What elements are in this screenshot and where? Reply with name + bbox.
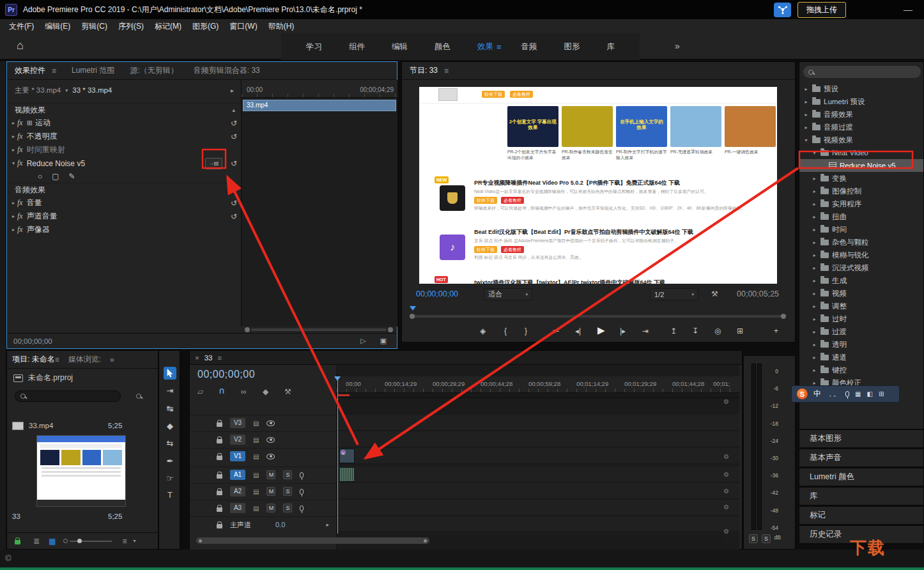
track-header-V3[interactable]: V3▤ xyxy=(190,415,337,431)
go-to-out-button[interactable]: ⇥ xyxy=(642,327,649,335)
panel-tab-音频剪辑混合器: 33[interactable]: 音频剪辑混合器: 33 xyxy=(194,65,260,76)
effects-tree-item-时间[interactable]: ▸时间 xyxy=(799,223,923,236)
voice-icon[interactable] xyxy=(845,391,849,397)
zoom-handle-right[interactable] xyxy=(781,314,786,319)
track-output-eye-icon[interactable] xyxy=(266,420,275,426)
panel-menu-icon[interactable]: ≡ xyxy=(55,355,59,364)
effects-tree-item-生成[interactable]: ▸生成 xyxy=(799,274,923,287)
program-scrubber[interactable] xyxy=(402,306,795,320)
panel-tab-项目: 未命名[interactable]: 项目: 未命名 xyxy=(12,354,55,365)
reset-effect-icon[interactable]: ↺ xyxy=(231,132,237,141)
settings-wrench-icon[interactable]: ⚒ xyxy=(711,289,718,298)
sequence-tab[interactable]: 33 xyxy=(204,354,213,362)
drag-upload-button[interactable]: 拖拽上传 xyxy=(797,2,846,18)
project-file-row[interactable]: 未命名.prproj xyxy=(13,373,73,383)
track-lane[interactable] xyxy=(337,415,739,431)
effects-tree-item-过渡[interactable]: ▸过渡 xyxy=(799,325,923,338)
track-lane[interactable] xyxy=(337,516,739,532)
effects-tree-item-Neat Video[interactable]: ▾Neat Video xyxy=(799,146,923,159)
toggle-view-icon[interactable]: ▣ xyxy=(380,337,387,345)
program-playhead-icon[interactable] xyxy=(410,306,416,311)
audio-clip[interactable] xyxy=(339,467,355,482)
panel-menu-icon[interactable]: ≡ xyxy=(218,354,222,362)
workspace-tab-音频[interactable]: 音频 xyxy=(508,42,551,52)
sort-icons-button[interactable]: ≡ xyxy=(122,537,127,546)
effect-row-运动[interactable]: ▸fx⊞运动↺ xyxy=(7,116,240,130)
sogou-logo-icon[interactable]: S xyxy=(797,389,808,399)
minimize-button[interactable]: — xyxy=(904,4,912,15)
project-writable-icon[interactable] xyxy=(15,540,20,544)
lock-icon[interactable] xyxy=(217,439,222,443)
workspace-tab-编辑[interactable]: 编辑 xyxy=(378,42,421,52)
workspace-tab-menu-icon[interactable]: ≡ xyxy=(497,42,508,52)
twirl-icon[interactable]: ▾ xyxy=(10,160,17,166)
extract-button[interactable]: ↧ xyxy=(692,327,698,335)
effects-tree-item-透明[interactable]: ▸透明 xyxy=(799,338,923,351)
solo-left-button[interactable]: S xyxy=(749,534,758,543)
panel-menu-icon[interactable]: ≡ xyxy=(52,66,56,75)
track-lane[interactable] xyxy=(337,448,739,464)
twirl-icon[interactable]: ▸ xyxy=(10,134,17,139)
icon-view-button[interactable]: ▦ xyxy=(49,537,56,546)
keyboard-icon[interactable]: ▦ xyxy=(855,390,861,397)
track-select-forward-tool[interactable]: ⇥ xyxy=(164,384,176,397)
project-search-button[interactable] xyxy=(131,390,146,402)
list-view-button[interactable]: ≣ xyxy=(33,537,40,546)
button-editor-button[interactable]: + xyxy=(774,327,778,335)
lock-icon[interactable] xyxy=(217,524,222,528)
sync-lock-icon[interactable]: ▤ xyxy=(253,505,259,512)
effects-tree-item-键控[interactable]: ▸键控 xyxy=(799,364,923,376)
track-chip-V2[interactable]: V2 xyxy=(230,435,245,445)
play-button[interactable]: ▶ xyxy=(597,325,605,336)
track-chip-A3[interactable]: A3 xyxy=(230,503,245,513)
fit-dropdown[interactable]: 适合▾ xyxy=(484,288,532,300)
ripple-edit-tool[interactable]: ↹ xyxy=(164,402,176,415)
punctuation-icon[interactable]: ，。 xyxy=(827,390,840,399)
track-chip-V3[interactable]: V3 xyxy=(230,418,245,428)
close-sequence-icon[interactable]: × xyxy=(195,354,199,362)
project-item-33[interactable]: 335;25 xyxy=(7,509,158,523)
effects-tree-item-音频过渡[interactable]: ▸音频过渡 xyxy=(799,121,923,134)
effects-tree-item-Reduce Noise v5[interactable]: Reduce Noise v5 xyxy=(799,159,923,172)
mute-button[interactable]: M xyxy=(266,487,275,496)
mask-pen-icon[interactable]: ✎ xyxy=(69,172,75,181)
workspace-tab-图形[interactable]: 图形 xyxy=(551,42,594,52)
mark-in-button[interactable]: { xyxy=(504,327,507,335)
clip-selector[interactable]: 33 * 33.mp4 xyxy=(72,86,112,94)
effect-row-声道音量[interactable]: ▸fx声道音量↺ xyxy=(7,210,240,223)
lock-icon[interactable] xyxy=(217,456,222,460)
effect-section-视频效果[interactable]: 视频效果▴ xyxy=(7,103,240,116)
twirl-icon[interactable]: ▸ xyxy=(10,227,17,233)
scrollbar-handle[interactable] xyxy=(196,537,429,544)
track-header-A1[interactable]: A1▤MS xyxy=(190,466,337,482)
effects-tree-item-通道[interactable]: ▸通道 xyxy=(799,351,923,364)
lock-icon[interactable] xyxy=(217,474,222,479)
voiceover-record-icon[interactable] xyxy=(300,505,304,511)
sync-lock-icon[interactable]: ▤ xyxy=(253,472,259,479)
razor-tool[interactable]: ◆ xyxy=(164,419,176,432)
pen-tool[interactable]: ✒ xyxy=(164,454,176,467)
workspace-tab-库[interactable]: 库 xyxy=(594,42,629,52)
keyframe-nav-icon[interactable]: ▸ xyxy=(326,521,329,528)
effects-tree-item-视频[interactable]: ▸视频 xyxy=(799,287,923,300)
track-chip-A2[interactable]: A2 xyxy=(230,486,245,497)
chevron-down-icon[interactable]: ▾ xyxy=(133,538,135,544)
track-lane[interactable] xyxy=(337,431,739,447)
effects-tree-item-预设[interactable]: ▸预设 xyxy=(799,82,923,95)
workspace-tab-组件[interactable]: 组件 xyxy=(335,42,378,52)
timeline-ruler[interactable]: 00;0000;00;14;2900;00;29;2900;00;44;2800… xyxy=(337,376,739,393)
sync-lock-icon[interactable]: ▤ xyxy=(253,436,259,443)
timeline-settings-icon[interactable]: ⚒ xyxy=(284,387,291,396)
panel-menu-icon[interactable]: ≡ xyxy=(444,66,449,75)
menu-文件(F)[interactable]: 文件(F) xyxy=(9,21,34,32)
project-item-33.mp4[interactable]: 33.mp45;25 xyxy=(7,419,158,433)
linked-selection-icon[interactable]: ∞ xyxy=(241,387,247,396)
play-audio-icon[interactable]: ▷ xyxy=(360,337,366,345)
track-scroll-handle[interactable] xyxy=(724,529,728,534)
track-scroll-handle[interactable] xyxy=(724,454,728,459)
effect-row-音量[interactable]: ▸fx音量↺ xyxy=(7,196,240,210)
reset-effect-icon[interactable]: ↺ xyxy=(231,159,237,168)
menu-窗口(W)[interactable]: 窗口(W) xyxy=(229,21,257,32)
panel-header-Lumetri 颜色[interactable]: Lumetri 颜色 xyxy=(799,468,924,486)
panel-header-标记[interactable]: 标记 xyxy=(799,506,924,525)
